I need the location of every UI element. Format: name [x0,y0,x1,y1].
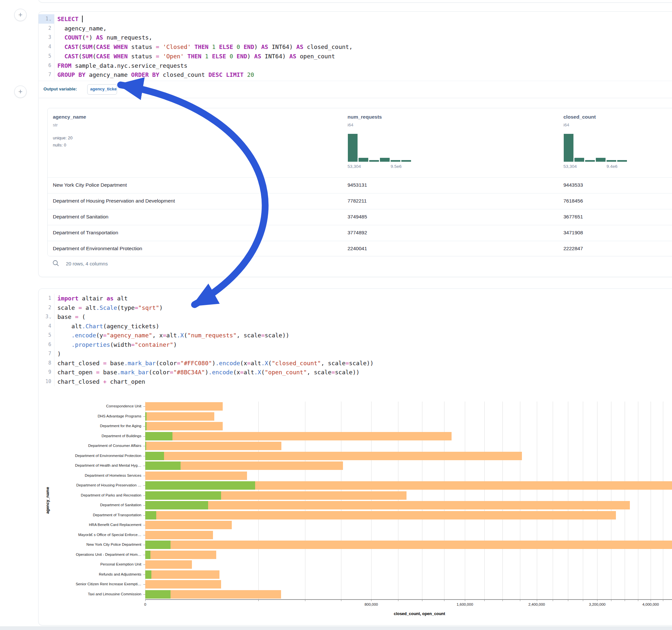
x-axis-tick-label: 800,000 [364,602,378,606]
closed-count-bar [145,551,216,559]
table-cell: 3774892 [347,230,367,236]
code-text: base = ( [57,312,86,321]
code-line[interactable]: 5 CAST(SUM(CASE WHEN status = 'Open' THE… [39,51,672,61]
table-row[interactable]: Department of Environmental Protection22… [48,241,672,256]
histogram-bar [369,160,379,162]
code-line[interactable]: 9chart_open = base.mark_bar(color="#8BC3… [39,367,672,377]
code-text: ) [57,349,61,358]
closed-count-bar [145,442,281,450]
table-cell: Department of Sanitation [53,214,108,220]
code-line[interactable]: 6FROM sample_data.nyc.service_requests [39,61,672,70]
y-axis-title: agency_name [45,487,50,514]
gridline [371,402,371,599]
y-axis-category-label: Mayorâ€ s Office of Special Enforce… [39,533,141,537]
code-text: .properties(width="container") [57,340,177,349]
gridline [484,402,485,599]
open-count-bar [145,540,170,549]
gridline [583,402,583,599]
histogram-bar [390,160,401,162]
y-axis-category-label: Taxi and Limousine Commission [39,592,141,596]
code-line[interactable]: 3⌄base = ( [39,312,672,321]
code-text: import altair as alt [57,294,128,303]
histogram-max-label: 9.5e6 [391,164,402,169]
gridline [553,402,553,599]
python-cell: 1import altair as alt2scale = alt.Scale(… [38,288,672,626]
open-count-bar [145,481,255,490]
code-line[interactable]: 4 alt.Chart(agency_tickets) [39,321,672,331]
line-number[interactable]: 3⌄ [39,312,54,321]
gridline [145,402,146,599]
open-count-bar [145,551,150,559]
search-icon[interactable] [52,260,59,268]
x-axis-tick-label: 3,200,000 [589,602,605,606]
table-row[interactable]: Department of Housing Preservation and D… [48,193,672,209]
open-count-bar [145,511,156,519]
code-line[interactable]: 7GROUP BY agency_name ORDER BY closed_co… [39,70,672,79]
code-line[interactable]: 10chart_closed + chart_open [39,377,672,386]
closed-count-bar [145,452,522,460]
open-count-bar [145,461,181,470]
table-row[interactable]: Department of Transportation377489234719… [48,225,672,241]
code-line[interactable]: 6 .properties(width="container") [39,340,672,349]
code-text: COUNT(*) AS num_requests, [57,33,152,42]
fold-chevron-icon: ⌄ [49,315,51,319]
table-cell: 2240041 [347,246,367,251]
line-number: 2 [39,303,54,312]
closed-count-bar [145,511,616,519]
y-axis-category-label: New York City Police Department [39,542,141,547]
table-cell: New York City Police Department [53,182,127,188]
line-number: 6 [39,340,54,349]
code-line[interactable]: 2scale = alt.Scale(type="sqrt") [39,303,672,312]
table-row[interactable]: New York City Police Department945313194… [48,177,672,193]
code-line[interactable]: 4 CAST(SUM(CASE WHEN status = 'Closed' T… [39,42,672,51]
y-axis-category-label: Department for the Aging [39,424,141,428]
closed-count-bar [145,531,213,539]
histogram-bar [401,160,411,162]
table-cell: 3471908 [563,230,583,236]
open-count-bar [145,590,170,599]
line-number[interactable]: 1⌄ [39,14,54,24]
histogram-bar [347,134,358,162]
x-axis-tick-label: 0 [144,602,146,606]
sql-code-editor[interactable]: 1⌄SELECT 2 agency_name,3 COUNT(*) AS num… [39,14,672,80]
histogram-bar [380,158,390,162]
add-cell-button-middle[interactable]: + [14,86,27,98]
open-count-bar [145,501,208,509]
output-variable-row: Output variable: agency_tickets [39,81,672,98]
column-header[interactable]: closed_count [563,114,596,120]
table-cell: 7618456 [563,198,583,204]
y-axis-category-label: Department of Sanitation [39,503,141,507]
code-line[interactable]: 8chart_closed = base.mark_bar(color="#FF… [39,358,672,368]
histogram-bar [606,160,617,162]
code-line[interactable]: 1⌄SELECT [39,14,672,24]
gridline [625,402,625,599]
line-number: 10 [39,377,54,386]
table-footer: 20 rows, 4 columns [52,260,107,272]
table-row[interactable]: Department of Sanitation37494853677651 [48,209,672,225]
column-header[interactable]: num_requests [347,114,382,120]
column-header[interactable]: agency_name [53,114,86,120]
code-line[interactable]: 1import altair as alt [39,294,672,303]
y-axis-category-label: Department of Parks and Recreation [39,493,141,497]
add-cell-button-top[interactable]: + [14,9,27,21]
gridline [502,402,503,599]
output-variable-chip[interactable]: agency_tickets [87,84,117,95]
histogram-max-label: 9.4e6 [606,164,618,169]
code-line[interactable]: 2 agency_name, [39,24,672,33]
code-line[interactable]: 3 COUNT(*) AS num_requests, [39,33,672,42]
code-line[interactable]: 5 .encode(y="agency_name", x=alt.X("num_… [39,331,672,340]
results-table: agency_namestrunique: 20nulls: 0num_requ… [47,108,672,256]
y-axis-category-label: Department of Homeless Services [39,474,141,477]
histogram-bar [596,158,606,162]
code-line[interactable]: 7) [39,349,672,358]
closed-count-bar [145,471,247,480]
python-code-editor[interactable]: 1import altair as alt2scale = alt.Scale(… [39,294,672,386]
table-cell: 9453131 [347,182,367,188]
code-text: CAST(SUM(CASE WHEN status = 'Open' THEN … [57,51,335,61]
code-text: GROUP BY agency_name ORDER BY closed_cou… [57,70,254,79]
closed-count-bar [145,412,214,421]
gridline [444,402,445,599]
table-cell: 9443533 [563,182,583,188]
column-stat: nulls: 0 [53,143,66,147]
column-stat: unique: 20 [53,136,73,140]
